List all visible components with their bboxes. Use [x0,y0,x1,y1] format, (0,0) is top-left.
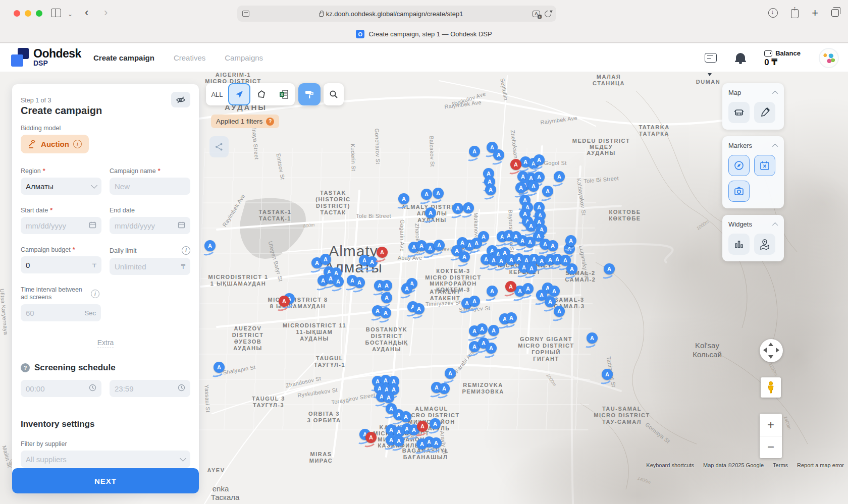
hide-panel-button[interactable] [171,92,190,107]
address-bar[interactable]: kz.dooh.oohdesk.global/campaign/create/s… [237,6,556,22]
attribution-item[interactable]: Terms [773,462,788,468]
pan-down-icon[interactable] [768,355,773,359]
map-marker-blue[interactable]: A [602,369,613,380]
nav-campaigns[interactable]: Campaigns [225,53,263,62]
map-marker-blue[interactable]: A [587,332,598,344]
map-marker-blue[interactable]: A [549,286,560,297]
browser-tab[interactable]: O Create campaign, step 1 — Oohdesk DSP [0,30,848,38]
map-marker-red[interactable]: A [510,159,521,170]
map-marker-blue[interactable]: A [381,292,392,303]
map-marker-blue[interactable]: A [204,240,216,251]
map-marker-blue[interactable]: A [515,182,526,193]
share-icon[interactable] [791,9,799,18]
map-search-button[interactable] [324,83,344,105]
map-marker-blue[interactable]: A [542,186,553,197]
map-marker-blue[interactable]: A [398,193,409,204]
map-share-button[interactable] [209,136,229,157]
notifications-button[interactable] [735,52,746,64]
map-marker-blue[interactable]: A [380,307,391,318]
map-marker-blue[interactable]: A [566,263,577,274]
clock-icon[interactable] [178,384,185,393]
map-marker-blue[interactable]: A [554,171,565,182]
map-marker-blue[interactable]: A [214,362,225,373]
map-marker-blue[interactable]: A [488,325,499,336]
widget-geo-button[interactable] [754,234,775,255]
map-marker-blue[interactable]: A [434,240,445,251]
markers-schedule-toggle[interactable] [754,155,775,176]
filter-polygon-button[interactable] [250,83,273,105]
filter-all-button[interactable]: ALL [206,83,228,105]
bidding-model-chip[interactable]: Auction i [21,135,89,153]
picker-tool-button[interactable] [754,102,775,123]
map-marker-blue[interactable]: A [604,263,615,274]
map-marker-blue[interactable]: A [459,251,470,262]
map-marker-blue[interactable]: A [333,276,344,287]
info-icon[interactable]: i [182,246,190,255]
avatar[interactable] [819,48,839,68]
translate-icon[interactable]: A [533,11,540,17]
widget-stats-button[interactable] [728,234,750,255]
traffic-layer-button[interactable] [728,102,750,123]
map-marker-blue[interactable]: A [445,368,456,379]
zoom-in-button[interactable]: + [760,414,782,436]
applied-filters-badge[interactable]: Applied 1 filters ? [211,115,279,128]
map-marker-blue[interactable]: A [528,181,539,192]
pan-right-icon[interactable] [776,348,779,353]
map-marker-blue[interactable]: A [565,235,576,246]
tab-overview-icon[interactable] [831,9,839,17]
map-marker-blue[interactable]: A [534,154,545,165]
map-marker-red[interactable]: A [279,296,290,307]
map-marker-blue[interactable]: A [522,283,534,294]
sidebar-toggle-icon[interactable] [51,9,61,17]
forward-button[interactable]: › [104,9,108,17]
map-marker-blue[interactable]: A [545,296,556,307]
attribution-item[interactable]: Keyboard shortcuts [646,462,694,468]
map-marker-blue[interactable]: A [433,188,444,199]
reload-icon[interactable] [543,9,552,18]
minimize-window-button[interactable] [25,10,31,17]
map-marker-blue[interactable]: A [320,254,331,265]
filter-excel-button[interactable]: X [273,83,295,105]
map-marker-blue[interactable]: A [506,312,517,323]
map-marker-blue[interactable]: A [554,306,565,317]
collapse-icon[interactable] [772,90,778,96]
info-icon[interactable]: i [73,140,82,148]
map-marker-blue[interactable]: A [485,184,496,195]
map-marker-red[interactable]: A [417,421,428,432]
zoom-window-button[interactable] [36,10,42,17]
map-marker-blue[interactable]: A [439,383,450,394]
map-marker-blue[interactable]: A [354,277,365,288]
messages-button[interactable] [705,53,717,63]
map-marker-blue[interactable]: A [381,280,392,291]
supplier-select[interactable]: All suppliers [21,451,190,468]
chevron-down-icon[interactable]: ⌄ [68,11,73,18]
map-marker-blue[interactable]: A [393,435,404,446]
filter-geo-button[interactable] [228,83,250,105]
info-icon[interactable]: i [91,290,99,298]
map-marker-blue[interactable]: A [486,343,497,354]
map-marker-blue[interactable]: A [476,323,488,334]
close-window-button[interactable] [14,10,20,17]
map-marker-blue[interactable]: A [413,303,425,314]
nav-creatives[interactable]: Creatives [174,53,205,62]
map-marker-blue[interactable]: A [493,149,504,160]
end-date-input[interactable]: mm/dd/yyyy [110,217,190,234]
markers-photo-toggle[interactable] [728,181,750,202]
help-icon[interactable]: ? [266,118,274,126]
back-button[interactable]: ‹ [85,9,88,17]
map-marker-blue[interactable]: A [430,418,441,429]
budget-input[interactable]: 0 ₸ [21,256,101,273]
url-text[interactable]: kz.dooh.oohdesk.global/campaign/create/s… [326,10,463,18]
map-marker-blue[interactable]: A [469,296,480,307]
map-marker-red[interactable]: A [505,281,516,292]
clock-icon[interactable] [89,384,96,393]
map-marker-blue[interactable]: A [400,411,411,422]
map-marker-blue[interactable]: A [401,283,412,294]
map-marker-red[interactable]: A [365,432,377,443]
attribution-item[interactable]: Report a map error [797,462,844,468]
street-view-pegman[interactable] [761,377,781,398]
map-marker-blue[interactable]: A [547,240,558,251]
map-marker-blue[interactable]: A [469,146,480,157]
map-canvas[interactable]: AIGERIM-1MICRO DISTRICTАУДАНЫМАЛАЯСТАНИЦ… [0,72,848,504]
screening-start-input[interactable]: 00:00 [21,380,101,397]
